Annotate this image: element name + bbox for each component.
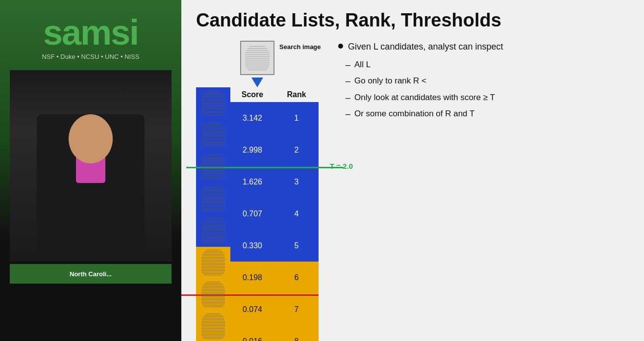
table-row: 3.142 1	[230, 102, 319, 134]
score-cell: 3.142	[230, 102, 274, 134]
table-row: 0.198 6	[230, 262, 319, 293]
bullet-dot	[338, 44, 343, 49]
bullet-points: Given L candidates, analyst can inspect …	[333, 41, 629, 124]
fp-cell-8	[196, 311, 230, 341]
sub-bullet-4: – Or some combination of R and T	[338, 108, 629, 120]
fp-img-6	[201, 249, 225, 276]
speaker-photo	[10, 70, 172, 262]
score-cell: 0.330	[230, 230, 274, 262]
person-silhouette	[10, 70, 172, 262]
table-row: 0.330 5	[230, 230, 319, 262]
search-fingerprint	[245, 45, 270, 72]
fp-img-7	[201, 281, 225, 308]
fp-cell-5	[196, 215, 230, 247]
dash-4: –	[346, 108, 350, 120]
score-header: Score	[230, 87, 274, 102]
fp-img-2	[201, 122, 225, 149]
table-row: 0.707 4	[230, 198, 319, 230]
scarf-decoration	[76, 144, 105, 183]
dash-1: –	[346, 59, 350, 71]
fingerprint-diagram: Search image T = 2.0 R = 5 L = 8	[196, 41, 319, 341]
samsi-tagline: NSF • Duke • NCSU • UNC • NISS	[42, 53, 140, 60]
bottom-logo-text: North Caroli...	[70, 270, 112, 278]
fingerprint-column	[196, 87, 230, 341]
rank-cell: 5	[274, 230, 319, 262]
table-row: 2.998 2	[230, 134, 319, 166]
main-bullet: Given L candidates, analyst can inspect	[338, 41, 629, 53]
fp-cell-2	[196, 119, 230, 151]
table-row: 0.074 7	[230, 293, 319, 325]
search-image-box	[240, 41, 274, 75]
sub-bullet-text-3: Only look at candidates with score ≥ T	[354, 92, 495, 104]
fp-img-1	[201, 90, 225, 117]
score-cell: 0.198	[230, 262, 274, 293]
score-cell: 0.707	[230, 198, 274, 230]
rank-cell: 3	[274, 166, 319, 198]
rank-header: Rank	[274, 87, 319, 102]
sub-bullet-text-4: Or some combination of R and T	[354, 108, 474, 120]
fp-img-3	[201, 154, 225, 181]
samsi-logo: samsi	[43, 15, 138, 50]
main-bullet-text: Given L candidates, analyst can inspect	[348, 41, 503, 53]
threshold-label: T = 2.0	[330, 162, 353, 170]
sub-bullet-text-2: Go only to rank R <	[354, 75, 426, 87]
rank-cell: 4	[274, 198, 319, 230]
table-header: Score Rank	[230, 87, 319, 102]
fp-cell-1	[196, 87, 230, 119]
table-row: 0.016 8	[230, 325, 319, 341]
dash-2: –	[346, 75, 350, 87]
slide-title: Candidate Lists, Rank, Thresholds	[196, 10, 629, 31]
glasses-decoration	[71, 127, 110, 136]
sub-bullet-2: – Go only to rank R <	[338, 75, 629, 87]
fp-cell-6	[196, 247, 230, 279]
fp-img-4	[201, 185, 225, 212]
score-cell: 2.998	[230, 134, 274, 166]
sub-bullet-text-1: All L	[354, 59, 371, 71]
rank-cell: 2	[274, 134, 319, 166]
blue-arrow	[251, 78, 263, 87]
table-row: 1.626 3	[230, 166, 319, 198]
score-cell: 1.626	[230, 166, 274, 198]
data-table: Score Rank 3.142 1 2.998 2 1.626 3	[230, 87, 319, 341]
score-cell: 0.074	[230, 293, 274, 325]
sub-bullet-1: – All L	[338, 59, 629, 71]
score-cell: 0.016	[230, 325, 274, 341]
rank-cell: 8	[274, 325, 319, 341]
fp-cell-4	[196, 183, 230, 215]
slide-content: Search image T = 2.0 R = 5 L = 8	[196, 41, 629, 341]
fp-img-8	[201, 313, 225, 340]
dash-3: –	[346, 92, 350, 104]
rank-cell: 6	[274, 262, 319, 293]
search-label: Search image	[279, 43, 321, 51]
rank-cell: 7	[274, 293, 319, 325]
slide-panel: Candidate Lists, Rank, Thresholds Search…	[181, 0, 644, 341]
fp-img-5	[201, 217, 225, 244]
sub-bullet-3: – Only look at candidates with score ≥ T	[338, 92, 629, 104]
bottom-logo: North Caroli...	[10, 264, 172, 284]
left-panel: samsi NSF • Duke • NCSU • UNC • NISS Nor…	[0, 0, 181, 341]
rank-cell: 1	[274, 102, 319, 134]
